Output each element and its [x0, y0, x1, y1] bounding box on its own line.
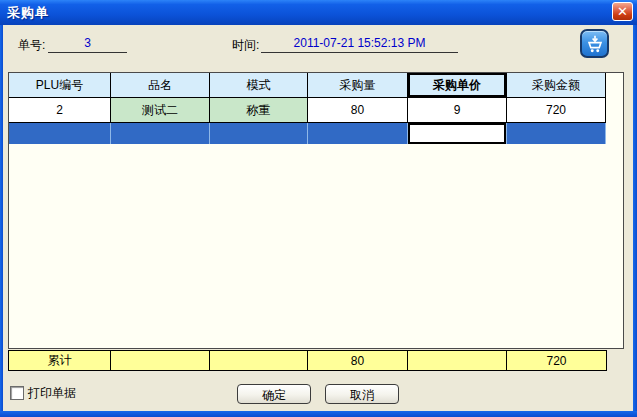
shopping-cart-icon — [584, 33, 606, 55]
table-header-row: PLU编号 品名 模式 采购量 采购单价 采购金额 — [9, 73, 623, 98]
cancel-button[interactable]: 取消 — [325, 384, 399, 404]
close-button[interactable]: ✕ — [612, 2, 633, 21]
cell-qty-empty[interactable] — [308, 123, 408, 144]
window-border-right — [633, 25, 637, 417]
cell-qty[interactable]: 80 — [308, 98, 408, 123]
cell-plu[interactable]: 2 — [9, 98, 111, 123]
totals-label: 累计 — [9, 351, 111, 370]
header-mode[interactable]: 模式 — [210, 73, 308, 98]
order-no-label: 单号: — [18, 37, 45, 54]
items-table: PLU编号 品名 模式 采购量 采购单价 采购金额 2 测试二 称重 80 9 … — [8, 72, 624, 349]
header-unit-price[interactable]: 采购单价 — [408, 73, 507, 98]
totals-empty — [111, 351, 210, 370]
window-border-left — [0, 25, 3, 417]
totals-empty — [408, 351, 507, 370]
table-row-selected-empty[interactable] — [9, 123, 606, 144]
cell-unit-price[interactable]: 9 — [408, 98, 507, 123]
order-no-value: 3 — [48, 36, 127, 53]
window-title: 采购单 — [7, 4, 49, 22]
header-name[interactable]: 品名 — [111, 73, 210, 98]
totals-empty — [210, 351, 308, 370]
totals-amount: 720 — [507, 351, 606, 370]
purchase-order-dialog: 采购单 ✕ 单号: 3 时间: 2011-07-21 15:52:13 PM P… — [0, 0, 637, 417]
cell-amount-empty[interactable] — [507, 123, 606, 144]
header-plu[interactable]: PLU编号 — [9, 73, 111, 98]
unit-price-edit-input[interactable] — [408, 123, 506, 144]
time-value: 2011-07-21 15:52:13 PM — [261, 36, 458, 53]
print-receipt-checkbox[interactable] — [10, 386, 24, 400]
header-amount[interactable]: 采购金额 — [507, 73, 606, 98]
cell-name-empty[interactable] — [111, 123, 210, 144]
cell-unit-price-editing — [408, 123, 507, 144]
window-border-bottom — [0, 411, 637, 417]
cell-name[interactable]: 测试二 — [111, 98, 210, 123]
cell-plu-empty[interactable] — [9, 123, 111, 144]
time-label: 时间: — [232, 37, 259, 54]
print-receipt-label: 打印单据 — [28, 385, 76, 402]
cell-mode-empty[interactable] — [210, 123, 308, 144]
add-item-cart-button[interactable] — [580, 29, 609, 58]
close-icon: ✕ — [617, 4, 628, 19]
totals-row: 累计 80 720 — [8, 350, 607, 371]
title-bar: 采购单 — [0, 0, 637, 25]
cell-amount[interactable]: 720 — [507, 98, 606, 123]
totals-qty: 80 — [308, 351, 408, 370]
cell-mode[interactable]: 称重 — [210, 98, 308, 123]
ok-button[interactable]: 确定 — [237, 384, 311, 404]
table-row[interactable]: 2 测试二 称重 80 9 720 — [9, 98, 623, 123]
header-qty[interactable]: 采购量 — [308, 73, 408, 98]
